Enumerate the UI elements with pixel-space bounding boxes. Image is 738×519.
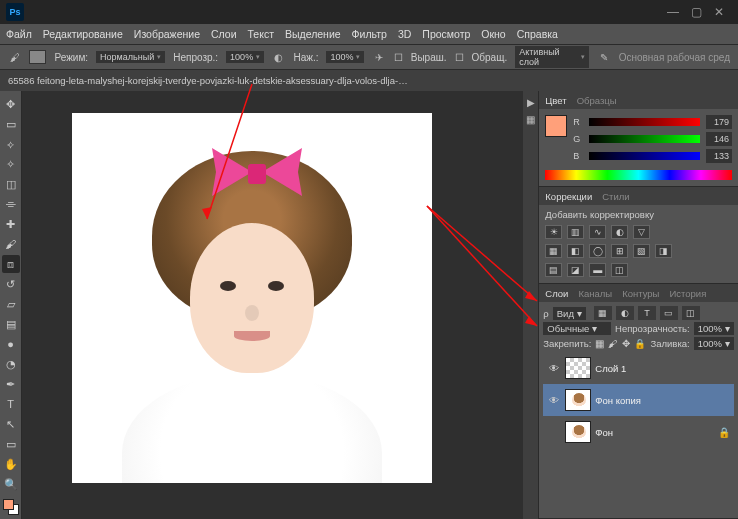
- layer-item[interactable]: 👁 Слой 1: [543, 352, 734, 384]
- adj-bw-icon[interactable]: ◧: [567, 244, 584, 258]
- move-tool[interactable]: ✥: [2, 95, 20, 113]
- adj-selective-color-icon[interactable]: ◫: [611, 263, 628, 277]
- type-tool[interactable]: T: [2, 395, 20, 413]
- pen-tool[interactable]: ✒: [2, 375, 20, 393]
- lock-trans-icon[interactable]: ▦: [595, 338, 604, 349]
- adj-exposure-icon[interactable]: ◐: [611, 225, 628, 239]
- layer-opacity-select[interactable]: 100%▾: [694, 322, 734, 335]
- path-select-tool[interactable]: ↖: [2, 415, 20, 433]
- foreground-color-swatch[interactable]: [545, 115, 567, 137]
- menu-3d[interactable]: 3D: [398, 28, 411, 40]
- history-brush-tool[interactable]: ↺: [2, 275, 20, 293]
- layer-item[interactable]: Фон 🔒: [543, 416, 734, 448]
- stamp-tool[interactable]: ⧈: [2, 255, 20, 273]
- blend-mode-select[interactable]: Нормальный▾: [96, 51, 165, 63]
- eraser-tool[interactable]: ▱: [2, 295, 20, 313]
- menu-window[interactable]: Окно: [481, 28, 505, 40]
- filter-pixel-icon[interactable]: ▦: [594, 306, 612, 320]
- opacity-select[interactable]: 100%▾: [226, 51, 264, 63]
- tab-paths[interactable]: Контуры: [622, 288, 659, 299]
- maximize-button[interactable]: ▢: [691, 5, 702, 19]
- adj-posterize-icon[interactable]: ▤: [545, 263, 562, 277]
- filter-kind-select[interactable]: Вид▾: [553, 307, 586, 320]
- tab-styles[interactable]: Стили: [602, 191, 629, 202]
- opt-vyrash-checkbox[interactable]: ☐: [394, 52, 403, 63]
- adj-lookup-icon[interactable]: ▧: [633, 244, 650, 258]
- adj-curves-icon[interactable]: ∿: [589, 225, 606, 239]
- flow-select[interactable]: 100%▾: [326, 51, 364, 63]
- pressure-size-icon[interactable]: ✎: [597, 50, 610, 64]
- hand-tool[interactable]: ✋: [2, 455, 20, 473]
- close-button[interactable]: ✕: [714, 5, 724, 19]
- r-value[interactable]: 179: [706, 115, 732, 129]
- adj-levels-icon[interactable]: ▥: [567, 225, 584, 239]
- r-slider[interactable]: [589, 118, 700, 126]
- adj-invert-icon[interactable]: ◨: [655, 244, 672, 258]
- pressure-opacity-icon[interactable]: ◐: [272, 50, 285, 64]
- layer-thumbnail[interactable]: [565, 421, 591, 443]
- color-swatches[interactable]: [3, 499, 19, 515]
- visibility-icon[interactable]: 👁: [547, 393, 561, 407]
- blur-tool[interactable]: ●: [2, 335, 20, 353]
- minimize-button[interactable]: —: [667, 5, 679, 19]
- adj-photo-filter-icon[interactable]: ◯: [589, 244, 606, 258]
- filter-shape-icon[interactable]: ▭: [660, 306, 678, 320]
- opt-obrash-checkbox[interactable]: ☐: [455, 52, 464, 63]
- adj-brightness-icon[interactable]: ☀: [545, 225, 562, 239]
- menu-view[interactable]: Просмотр: [422, 28, 470, 40]
- tab-history[interactable]: История: [669, 288, 706, 299]
- visibility-icon[interactable]: 👁: [547, 361, 561, 375]
- visibility-icon[interactable]: [547, 425, 561, 439]
- adj-threshold-icon[interactable]: ◪: [567, 263, 584, 277]
- layer-name[interactable]: Слой 1: [595, 363, 730, 374]
- b-slider[interactable]: [589, 152, 700, 160]
- adj-hue-icon[interactable]: ▦: [545, 244, 562, 258]
- workspace-label[interactable]: Основная рабочая сред: [619, 52, 730, 63]
- menu-edit[interactable]: Редактирование: [43, 28, 123, 40]
- shape-tool[interactable]: ▭: [2, 435, 20, 453]
- airbrush-icon[interactable]: ✈: [372, 50, 385, 64]
- tab-swatches[interactable]: Образцы: [577, 95, 617, 106]
- g-value[interactable]: 146: [706, 132, 732, 146]
- menu-image[interactable]: Изображение: [134, 28, 200, 40]
- lasso-tool[interactable]: ⟡: [2, 135, 20, 153]
- layer-item[interactable]: 👁 Фон копия: [543, 384, 734, 416]
- gradient-tool[interactable]: ▤: [2, 315, 20, 333]
- panel-icon[interactable]: ▦: [526, 114, 535, 125]
- dodge-tool[interactable]: ◔: [2, 355, 20, 373]
- tab-adjustments[interactable]: Коррекции: [545, 191, 592, 202]
- menu-layer[interactable]: Слои: [211, 28, 237, 40]
- menu-help[interactable]: Справка: [517, 28, 558, 40]
- document-tab[interactable]: 65586 feitong-leta-malyshej-korejskij-tv…: [8, 75, 408, 86]
- b-value[interactable]: 133: [706, 149, 732, 163]
- menu-text[interactable]: Текст: [248, 28, 274, 40]
- tab-color[interactable]: Цвет: [545, 95, 566, 106]
- canvas-area[interactable]: [22, 91, 523, 519]
- menu-filter[interactable]: Фильтр: [352, 28, 387, 40]
- filter-type-icon[interactable]: T: [638, 306, 656, 320]
- menu-select[interactable]: Выделение: [285, 28, 341, 40]
- marquee-tool[interactable]: ▭: [2, 115, 20, 133]
- menu-file[interactable]: Файл: [6, 28, 32, 40]
- document-canvas[interactable]: [72, 113, 432, 483]
- lock-position-icon[interactable]: ✥: [622, 338, 630, 349]
- layer-thumbnail[interactable]: [565, 389, 591, 411]
- adj-channel-mixer-icon[interactable]: ⊞: [611, 244, 628, 258]
- layer-thumbnail[interactable]: [565, 357, 591, 379]
- sample-layer-select[interactable]: Активный слой▾: [515, 46, 589, 68]
- color-spectrum[interactable]: [545, 170, 732, 180]
- layer-name[interactable]: Фон копия: [595, 395, 730, 406]
- layer-name[interactable]: Фон: [595, 427, 714, 438]
- filter-adjust-icon[interactable]: ◐: [616, 306, 634, 320]
- eyedropper-tool[interactable]: ⌯: [2, 195, 20, 213]
- wand-tool[interactable]: ✧: [2, 155, 20, 173]
- brush-preview-swatch[interactable]: [29, 50, 46, 64]
- tab-layers[interactable]: Слои: [545, 288, 568, 299]
- filter-smart-icon[interactable]: ◫: [682, 306, 700, 320]
- play-icon[interactable]: ▶: [527, 97, 535, 108]
- blend-mode-select[interactable]: Обычные▾: [543, 322, 611, 335]
- heal-tool[interactable]: ✚: [2, 215, 20, 233]
- g-slider[interactable]: [589, 135, 700, 143]
- crop-tool[interactable]: ◫: [2, 175, 20, 193]
- lock-all-icon[interactable]: 🔒: [634, 338, 646, 349]
